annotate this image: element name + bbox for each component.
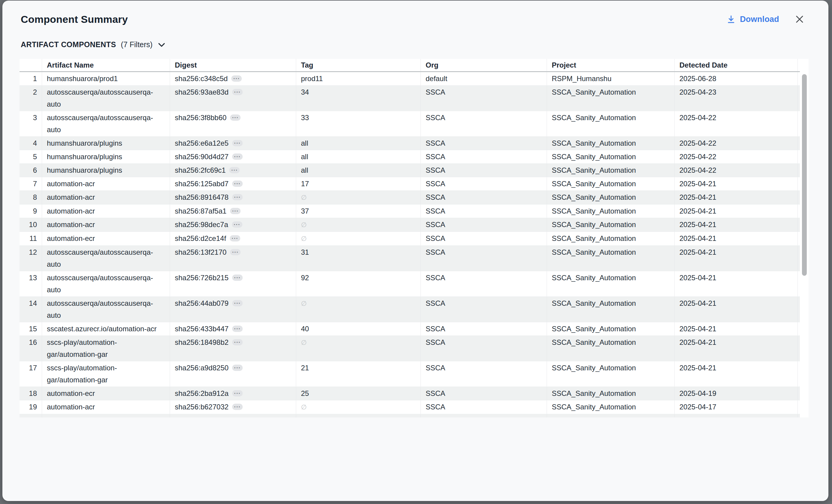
table-row: 1humanshuarora/prod1sha256:c348c5d···pro…	[20, 72, 800, 86]
digest-expand-pill[interactable]: ···	[232, 194, 243, 200]
column-header-project: Project	[547, 59, 674, 71]
digest-cell: sha256:a9d8250···	[170, 361, 296, 387]
row-number-cell: 9	[20, 205, 42, 218]
artifact-name-line: sscatest.azurecr.io/automation-acr	[47, 323, 165, 335]
tag-cell: ∅	[296, 400, 420, 414]
tag-cell: 25	[296, 387, 420, 400]
detected-date-cell: 2025-04-21	[674, 177, 798, 190]
digest-value: sha256:98dec7a	[175, 220, 228, 229]
digest-expand-pill[interactable]: ···	[232, 221, 242, 228]
tag-cell: 34	[296, 86, 420, 111]
table-row-partial	[20, 414, 800, 418]
digest-expand-pill[interactable]: ···	[230, 249, 241, 255]
empty-tag-symbol: ∅	[301, 221, 307, 229]
download-button[interactable]: Download	[727, 15, 779, 24]
project-cell: SSCA_Sanity_Automation	[547, 336, 674, 361]
digest-expand-pill[interactable]: ···	[232, 404, 243, 410]
org-cell: SSCA	[420, 387, 547, 400]
digest-expand-pill[interactable]: ···	[232, 274, 243, 281]
project-cell: SSCA_Sanity_Automation	[547, 232, 674, 245]
close-button[interactable]	[795, 15, 804, 24]
artifact-name-cell: automation-acr	[42, 205, 170, 218]
org-cell: SSCA	[420, 111, 547, 136]
artifact-name-cell: humanshuarora/plugins	[42, 164, 170, 177]
row-number-cell: 19	[20, 400, 42, 414]
digest-cell: sha256:13f2170···	[170, 246, 296, 271]
digest-expand-pill[interactable]: ···	[229, 167, 240, 173]
artifact-components-section-header[interactable]: ARTIFACT COMPONENTS (7 Filters)	[21, 39, 165, 50]
digest-expand-pill[interactable]: ···	[230, 114, 241, 121]
row-number-cell: 16	[20, 336, 42, 361]
tag-cell: 21	[296, 361, 420, 387]
empty-cell	[170, 414, 296, 418]
digest-value: sha256:433b447	[175, 325, 229, 333]
digest-value: sha256:13f2170	[175, 248, 227, 256]
filters-count-label: (7 Filters)	[121, 40, 153, 49]
digest-expand-pill[interactable]: ···	[232, 390, 243, 396]
artifact-name-line: auto	[47, 309, 165, 321]
detected-date-cell: 2025-04-21	[674, 205, 798, 218]
table-body: 1humanshuarora/prod1sha256:c348c5d···pro…	[20, 72, 809, 418]
org-cell: SSCA	[420, 205, 547, 218]
digest-expand-pill[interactable]: ···	[232, 140, 243, 146]
digest-expand-pill[interactable]: ···	[231, 75, 242, 82]
artifact-name-line: automation-ecr	[47, 388, 165, 399]
digest-expand-pill[interactable]: ···	[230, 208, 241, 214]
project-cell: SSCA_Sanity_Automation	[547, 191, 674, 204]
artifact-name-line: autosscauserqa/autosscauserqa-	[47, 112, 165, 124]
org-cell: SSCA	[420, 177, 547, 190]
digest-value: sha256:2ba912a	[175, 389, 229, 397]
chevron-down-icon[interactable]	[157, 42, 165, 47]
column-header-digest: Digest	[170, 59, 296, 71]
row-number-cell: 7	[20, 177, 42, 190]
digest-value: sha256:a9d8250	[175, 364, 229, 372]
digest-value: sha256:726b215	[175, 274, 229, 282]
artifact-name-line: auto	[47, 124, 165, 136]
org-cell: SSCA	[420, 271, 547, 296]
digest-value: sha256:44ab079	[175, 299, 229, 307]
org-cell: SSCA	[420, 336, 547, 361]
artifact-name-line: sscs-play/automation-	[47, 362, 165, 374]
artifact-name-line: automation-acr	[47, 205, 165, 217]
header-actions: Download	[727, 13, 804, 25]
project-cell: SSCA_Sanity_Automation	[547, 271, 674, 296]
digest-expand-pill[interactable]: ···	[232, 89, 243, 95]
artifact-name-line: gar/automation-gar	[47, 374, 165, 386]
digest-expand-pill[interactable]: ···	[232, 154, 243, 160]
digest-expand-pill[interactable]: ···	[232, 365, 243, 371]
org-cell: SSCA	[420, 361, 547, 387]
tag-cell: prod11	[296, 72, 420, 85]
digest-cell: sha256:18498b2···	[170, 336, 296, 361]
digest-value: sha256:18498b2	[175, 338, 229, 346]
detected-date-cell: 2025-04-22	[674, 137, 798, 150]
digest-expand-pill[interactable]: ···	[232, 325, 243, 332]
tag-cell: 40	[296, 322, 420, 336]
artifact-name-cell: automation-acr	[42, 218, 170, 232]
digest-cell: sha256:93ae83d···	[170, 86, 296, 111]
digest-cell: sha256:8916478···	[170, 191, 296, 204]
empty-cell	[420, 414, 547, 418]
table-row: 19automation-acrsha256:b627032···∅SSCASS…	[20, 400, 800, 414]
empty-cell	[674, 414, 798, 418]
table-row: 18automation-ecrsha256:2ba912a···25SSCAS…	[20, 387, 800, 400]
tag-cell: all	[296, 137, 420, 150]
row-number-cell: 14	[20, 297, 42, 322]
detected-date-cell: 2025-04-22	[674, 164, 798, 177]
table-scrollbar-thumb[interactable]	[802, 74, 807, 276]
org-cell: SSCA	[420, 400, 547, 414]
tag-cell: 31	[296, 246, 420, 271]
digest-expand-pill[interactable]: ···	[230, 235, 240, 241]
digest-cell: sha256:87af5a1···	[170, 205, 296, 218]
empty-cell	[20, 414, 42, 418]
digest-expand-pill[interactable]: ···	[232, 300, 243, 307]
column-header-org: Org	[420, 59, 547, 71]
table-row: 3autosscauserqa/autosscauserqa-autosha25…	[20, 111, 800, 137]
digest-expand-pill[interactable]: ···	[232, 339, 243, 345]
digest-expand-pill[interactable]: ···	[232, 181, 243, 187]
artifact-components-table: Artifact NameDigestTagOrgProjectDetected…	[20, 59, 809, 418]
digest-value: sha256:b627032	[175, 403, 229, 411]
row-number-cell: 3	[20, 111, 42, 136]
empty-tag-symbol: ∅	[301, 300, 307, 307]
row-number-cell: 18	[20, 387, 42, 400]
digest-value: sha256:87af5a1	[175, 207, 227, 215]
